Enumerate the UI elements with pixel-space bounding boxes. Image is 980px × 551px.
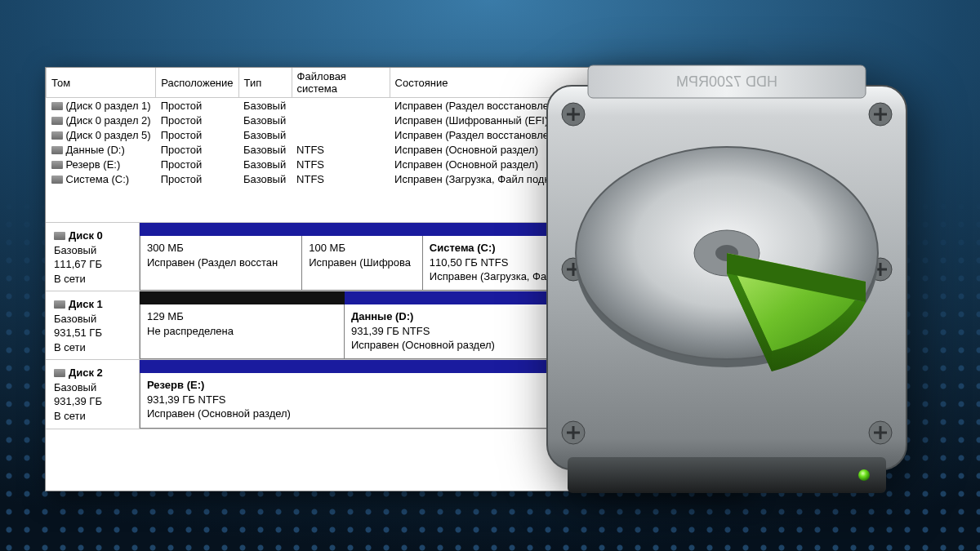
cell-type: Базовый — [238, 127, 292, 142]
activity-led-icon — [858, 469, 870, 481]
cell-volume: Резерв (E:) — [66, 158, 121, 171]
cell-layout: Простой — [156, 127, 238, 142]
hdd-label-text: HDD 7200RPM — [676, 73, 777, 90]
disk-type: Базовый — [54, 380, 134, 395]
partition-status: Исправен (Шифрова — [309, 256, 416, 270]
cell-fs — [292, 127, 390, 142]
hdd-illustration: HDD 7200RPM — [523, 49, 931, 506]
cell-fs: NTFS — [292, 142, 390, 157]
disk-info[interactable]: Диск 1Базовый931,51 ГБВ сети — [46, 291, 140, 359]
cell-fs — [292, 98, 390, 113]
disk-type: Базовый — [54, 243, 134, 258]
volume-icon — [51, 117, 63, 125]
cell-volume: (Диск 0 раздел 2) — [66, 114, 151, 127]
disk-size: 111,67 ГБ — [54, 257, 134, 272]
disk-size: 931,51 ГБ — [54, 326, 134, 340]
cell-layout: Простой — [156, 142, 238, 157]
col-filesystem[interactable]: Файловая система — [292, 68, 390, 98]
col-volume[interactable]: Том — [47, 68, 156, 98]
cell-layout: Простой — [156, 157, 238, 171]
cell-volume: Данные (D:) — [66, 144, 125, 156]
disk-online: В сети — [54, 272, 134, 287]
cell-type: Базовый — [238, 157, 292, 171]
cell-type: Базовый — [238, 113, 292, 127]
col-type[interactable]: Тип — [238, 68, 292, 98]
disk-size: 931,39 ГБ — [54, 394, 134, 409]
partition[interactable]: 100 МБИсправен (Шифрова — [302, 236, 423, 291]
volume-icon — [51, 176, 63, 184]
disk-type: Базовый — [54, 312, 134, 327]
cell-type: Базовый — [238, 142, 292, 157]
disk-info[interactable]: Диск 0Базовый111,67 ГБВ сети — [46, 223, 140, 291]
partition-size: 100 МБ — [309, 241, 416, 256]
partition-status: Исправен (Раздел восстан — [147, 256, 295, 270]
disk-icon — [54, 232, 65, 240]
col-layout[interactable]: Расположение — [156, 68, 238, 98]
disk-title: Диск 2 — [69, 367, 103, 379]
disk-info[interactable]: Диск 2Базовый931,39 ГБВ сети — [46, 360, 140, 428]
partition-status: Не распределена — [147, 324, 337, 339]
cell-fs: NTFS — [292, 171, 390, 186]
cell-volume: (Диск 0 раздел 5) — [66, 129, 151, 141]
cell-type: Базовый — [238, 171, 292, 186]
cell-fs: NTFS — [292, 157, 390, 171]
partition[interactable]: 129 МБНе распределена — [140, 304, 345, 359]
disk-title: Диск 0 — [69, 229, 103, 242]
partition[interactable]: 300 МБИсправен (Раздел восстан — [140, 236, 302, 291]
disk-title: Диск 1 — [69, 298, 103, 310]
disk-icon — [54, 369, 65, 377]
cell-volume: Система (C:) — [66, 173, 130, 185]
cell-type: Базовый — [238, 98, 292, 113]
volume-icon — [51, 146, 63, 154]
partition-size: 300 МБ — [147, 241, 295, 256]
cell-volume: (Диск 0 раздел 1) — [66, 100, 151, 112]
disk-online: В сети — [54, 340, 134, 355]
disk-icon — [54, 300, 65, 309]
cell-layout: Простой — [156, 171, 238, 186]
volume-icon — [51, 102, 63, 110]
cell-layout: Простой — [156, 98, 238, 113]
svg-rect-24 — [568, 457, 886, 493]
partition-size: 129 МБ — [147, 309, 337, 324]
volume-icon — [51, 131, 63, 140]
volume-icon — [51, 161, 63, 169]
cell-fs — [292, 113, 390, 127]
disk-online: В сети — [54, 409, 134, 424]
cell-layout: Простой — [156, 113, 238, 127]
